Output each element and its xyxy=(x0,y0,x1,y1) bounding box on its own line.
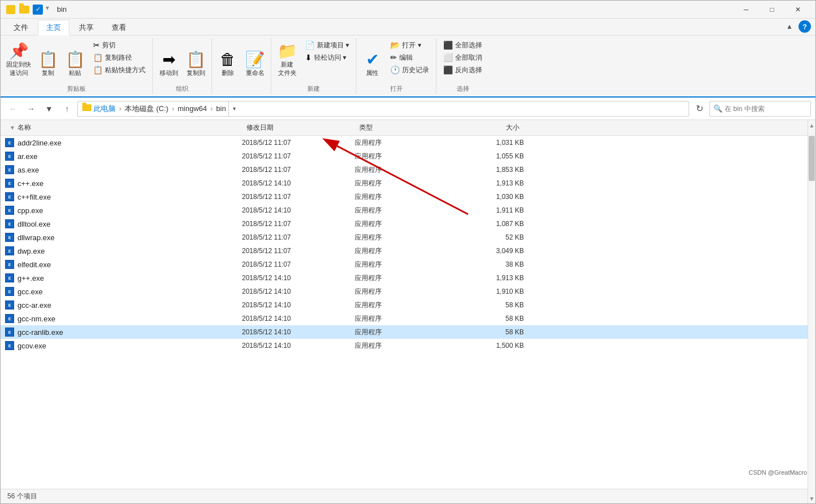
move-to-button[interactable]: ➡ 移动到 xyxy=(156,39,181,78)
table-row[interactable]: E dllwrap.exe 2018/5/12 11:07 应用程序 52 KB xyxy=(1,231,808,244)
search-input[interactable] xyxy=(725,105,809,113)
vertical-scrollbar[interactable]: ▲ ▼ xyxy=(808,120,815,503)
table-row[interactable]: E cpp.exe 2018/5/12 14:10 应用程序 1,911 KB xyxy=(1,204,808,217)
pin-to-quick-access-button[interactable]: 📌 固定到快速访问 xyxy=(4,39,33,78)
file-type-cell: 应用程序 xyxy=(355,138,456,148)
column-headers: ▼ 名称 修改日期 类型 大小 xyxy=(1,120,808,136)
path-part-pc[interactable]: 此电脑 xyxy=(94,104,116,114)
collapse-ribbon-button[interactable]: ▲ xyxy=(783,21,796,32)
path-part-bin[interactable]: bin xyxy=(216,104,226,113)
easy-access-button[interactable]: ⬇ 轻松访问 ▾ xyxy=(302,51,352,64)
file-name-cell: E g++.exe xyxy=(5,273,242,282)
address-path[interactable]: 此电脑 › 本地磁盘 (C:) › mingw64 › bin ▾ xyxy=(77,101,689,117)
invert-selection-button[interactable]: ⬛ 反向选择 xyxy=(440,64,486,76)
scroll-up-button[interactable]: ▲ xyxy=(808,120,816,130)
csdn-label: CSDN @GreatMacro xyxy=(749,469,807,476)
file-type-cell: 应用程序 xyxy=(355,152,456,161)
copy-path-icon: 📋 xyxy=(93,53,103,62)
scroll-track[interactable] xyxy=(808,130,815,493)
new-folder-button[interactable]: 📁 新建文件夹 xyxy=(275,39,299,78)
tab-home[interactable]: 主页 xyxy=(38,20,69,36)
close-button[interactable]: ✕ xyxy=(785,1,811,19)
paste-icon: 📋 xyxy=(65,52,85,68)
title-bar: ✓ ▾ bin ─ □ ✕ xyxy=(1,1,815,19)
path-part-drive[interactable]: 本地磁盘 (C:) xyxy=(125,104,168,114)
help-button[interactable]: ? xyxy=(799,20,811,33)
tab-view[interactable]: 查看 xyxy=(103,20,135,35)
col-header-date[interactable]: 修改日期 xyxy=(242,120,355,135)
minimize-button[interactable]: ─ xyxy=(733,1,759,19)
table-row[interactable]: E g++.exe 2018/5/12 14:10 应用程序 1,913 KB xyxy=(1,271,808,285)
file-type-cell: 应用程序 xyxy=(355,192,456,202)
table-row[interactable]: E dwp.exe 2018/5/12 11:07 应用程序 3,049 KB xyxy=(1,244,808,258)
copy-to-button[interactable]: 📋 复制到 xyxy=(183,39,208,78)
col-header-type[interactable]: 类型 xyxy=(355,120,456,135)
table-row[interactable]: E gcc.exe 2018/5/12 14:10 应用程序 1,910 KB xyxy=(1,285,808,298)
new-item-button[interactable]: 📄 新建项目 ▾ xyxy=(302,39,352,51)
path-part-mingw[interactable]: mingw64 xyxy=(178,104,207,113)
table-row[interactable]: E gcc-ar.exe 2018/5/12 14:10 应用程序 58 KB xyxy=(1,298,808,312)
paste-shortcut-button[interactable]: 📋 粘贴快捷方式 xyxy=(90,64,149,76)
col-header-size[interactable]: 大小 xyxy=(456,120,524,135)
exe-icon: E xyxy=(5,273,14,282)
search-box[interactable]: 🔍 xyxy=(709,101,811,117)
restore-button[interactable]: □ xyxy=(759,1,785,19)
file-size-cell: 52 KB xyxy=(456,233,524,241)
table-row[interactable]: E as.exe 2018/5/12 11:07 应用程序 1,853 KB xyxy=(1,163,808,176)
deselect-all-button[interactable]: ⬜ 全部取消 xyxy=(440,51,486,64)
delete-button[interactable]: 🗑 删除 xyxy=(215,39,240,78)
edit-button[interactable]: ✏ 编辑 xyxy=(387,51,433,64)
file-size-cell: 58 KB xyxy=(456,315,524,322)
refresh-button[interactable]: ↻ xyxy=(691,101,707,117)
col-header-name[interactable]: ▼ 名称 xyxy=(5,120,242,135)
table-row[interactable]: E ar.exe 2018/5/12 11:07 应用程序 1,055 KB xyxy=(1,149,808,163)
file-type-cell: 应用程序 xyxy=(355,314,456,324)
file-rows[interactable]: E addr2line.exe 2018/5/12 11:07 应用程序 1,0… xyxy=(1,136,808,489)
paste-button[interactable]: 📋 粘贴 xyxy=(63,39,87,78)
file-name-text: cpp.exe xyxy=(17,206,43,215)
window-title: bin xyxy=(57,5,67,14)
tab-file[interactable]: 文件 xyxy=(5,20,37,35)
file-type-cell: 应用程序 xyxy=(355,219,456,229)
forward-button[interactable]: → xyxy=(23,101,39,117)
properties-icon: ✔ xyxy=(366,52,379,68)
copy-button[interactable]: 📋 复制 xyxy=(36,39,60,78)
table-row[interactable]: E dlltool.exe 2018/5/12 11:07 应用程序 1,087… xyxy=(1,217,808,231)
table-row[interactable]: E addr2line.exe 2018/5/12 11:07 应用程序 1,0… xyxy=(1,136,808,149)
table-row[interactable]: E gcc-nm.exe 2018/5/12 14:10 应用程序 58 KB xyxy=(1,312,808,325)
select-all-button[interactable]: ⬛ 全部选择 xyxy=(440,39,486,51)
back-button[interactable]: ← xyxy=(5,101,21,117)
dropdown-button[interactable]: ▼ xyxy=(41,101,57,117)
file-date-cell: 2018/5/12 14:10 xyxy=(242,315,355,322)
scroll-thumb[interactable] xyxy=(809,136,815,181)
exe-icon: E xyxy=(5,328,14,337)
address-chevron[interactable]: ▾ xyxy=(228,101,240,117)
cut-button[interactable]: ✂ 剪切 xyxy=(90,39,149,51)
file-type-cell: 应用程序 xyxy=(355,233,456,242)
file-date-cell: 2018/5/12 14:10 xyxy=(242,342,355,350)
file-name-cell: E gcc-ar.exe xyxy=(5,300,242,310)
up-button[interactable]: ↑ xyxy=(59,101,75,117)
table-row[interactable]: E c++.exe 2018/5/12 14:10 应用程序 1,913 KB xyxy=(1,176,808,190)
properties-button[interactable]: ✔ 属性 xyxy=(360,39,385,78)
table-row[interactable]: E c++filt.exe 2018/5/12 11:07 应用程序 1,030… xyxy=(1,190,808,204)
clipboard-content: 📌 固定到快速访问 📋 复制 📋 粘贴 ✂ 剪切 xyxy=(4,39,149,83)
file-size-cell: 1,500 KB xyxy=(456,342,524,350)
exe-icon: E xyxy=(5,300,14,310)
title-bar-icons: ✓ ▾ xyxy=(5,4,49,15)
scroll-down-button[interactable]: ▼ xyxy=(808,493,816,503)
main-area: ▼ 名称 修改日期 类型 大小 E addr2line.exe xyxy=(1,120,815,503)
table-row[interactable]: E gcc-ranlib.exe 2018/5/12 14:10 应用程序 58… xyxy=(1,325,808,339)
rename-icon: 📝 xyxy=(245,52,265,68)
table-row[interactable]: E gcov.exe 2018/5/12 14:10 应用程序 1,500 KB xyxy=(1,339,808,352)
file-type-cell: 应用程序 xyxy=(355,246,456,256)
rename-button[interactable]: 📝 重命名 xyxy=(242,39,267,78)
copy-path-button[interactable]: 📋 复制路径 xyxy=(90,51,149,64)
table-row[interactable]: E elfedit.exe 2018/5/12 11:07 应用程序 38 KB xyxy=(1,258,808,271)
tab-share[interactable]: 共享 xyxy=(70,20,102,35)
history-button[interactable]: 🕐 历史记录 xyxy=(387,64,433,76)
file-name-cell: E dllwrap.exe xyxy=(5,233,242,242)
title-dropdown-arrow[interactable]: ▾ xyxy=(46,4,49,15)
open-button[interactable]: 📂 打开 ▾ xyxy=(387,39,433,51)
exe-icon: E xyxy=(5,165,14,174)
